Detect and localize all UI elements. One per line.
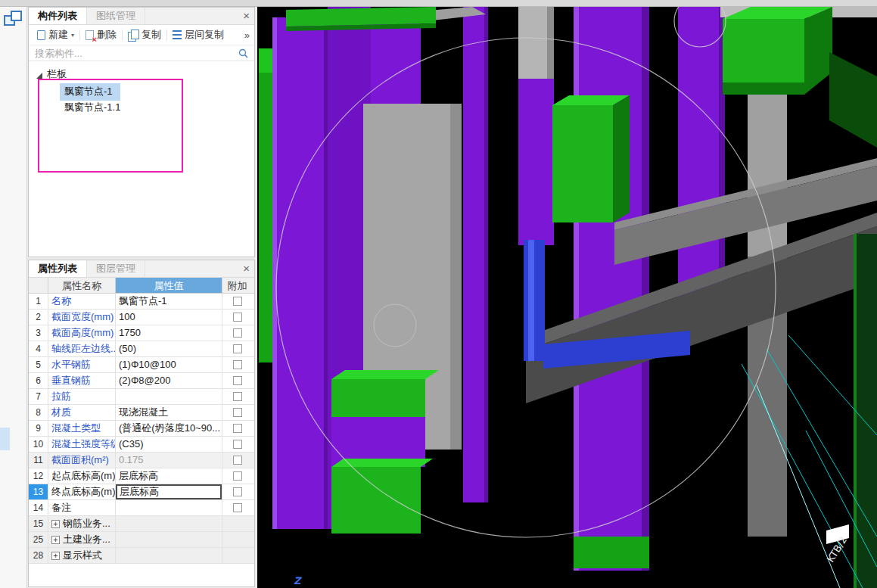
tree-group-parapet[interactable]: 栏板 [36,67,67,81]
property-value[interactable]: 现浇混凝土 [116,405,222,420]
property-name: 轴线距左边线... [48,341,116,356]
checkbox-unchecked[interactable] [233,424,242,433]
property-value[interactable]: (50) [116,341,222,356]
property-value[interactable]: 100 [116,310,222,325]
property-value[interactable] [116,500,222,515]
header-extra: 附加 [222,278,252,293]
rail-highlight [0,428,10,450]
tree-item-bay-window-node-1[interactable]: 飘窗节点-1 [60,83,120,101]
property-value-editor[interactable]: 层底标高 [116,484,222,499]
close-icon[interactable]: × [243,8,250,23]
checkbox-unchecked[interactable] [233,313,242,322]
property-value[interactable]: (2)Φ8@200 [116,373,222,388]
checkbox-unchecked[interactable] [233,440,242,449]
property-value[interactable]: (1)Φ10@100 [116,357,222,372]
property-name: 截面高度(mm) [48,325,116,341]
table-row[interactable]: 12 起点底标高(m) 层底标高 [29,468,254,484]
property-name: 截面面积(m²) [48,453,116,468]
checkbox-unchecked[interactable] [233,392,242,401]
tree-item-bay-window-node-1-1[interactable]: 飘窗节点-1.1 [60,99,128,117]
table-row[interactable]: 14 备注 [29,500,254,516]
property-value[interactable]: (C35) [116,437,222,452]
group-name: + 土建业务... [48,532,116,547]
property-value[interactable]: (普通砼(坍落度10~90... [116,421,222,436]
component-panel-tabs: 构件列表 图纸管理 × [29,8,254,25]
toolbar-separator [79,30,80,41]
table-row[interactable]: 2 截面宽度(mm) 100 [29,310,254,325]
property-list-panel: 属性列表 图层管理 × 属性名称 属性值 附加 1 名称 飘窗节点-1 2 截面… [28,260,255,587]
application-window: 构件列表 图纸管理 × 新建 ▾ × 删除 复制 [0,0,877,588]
checkbox-unchecked[interactable] [233,376,242,385]
tab-component-list[interactable]: 构件列表 [29,8,87,24]
plus-box-icon[interactable]: + [51,552,60,560]
checkbox-unchecked[interactable] [233,297,242,306]
property-value[interactable]: 飘窗节点-1 [116,294,222,309]
new-file-icon [37,30,45,40]
plus-box-icon[interactable]: + [51,536,60,544]
checkbox-unchecked[interactable] [233,456,242,465]
checkbox-unchecked[interactable] [233,471,242,481]
triangle-expanded-icon [36,73,42,79]
checkbox-unchecked[interactable] [233,408,242,417]
property-name: 终点底标高(m) [48,484,116,499]
3d-viewport[interactable]: KTB/2 Z [257,7,877,588]
property-value[interactable]: 层底标高 [116,468,222,484]
checkbox-unchecked[interactable] [233,344,242,353]
search-input[interactable] [29,45,254,61]
property-name: 截面宽度(mm) [48,310,116,325]
property-panel-tabs: 属性列表 图层管理 × [29,260,254,278]
chevron-down-icon: ▾ [71,32,74,39]
table-row[interactable]: 4 轴线距左边线... (50) [29,341,254,357]
property-table-header: 属性名称 属性值 附加 [29,278,254,294]
table-row[interactable]: 1 名称 飘窗节点-1 [29,294,254,310]
search-icon [238,48,248,58]
toolbar-separator [166,30,167,41]
tree-group-label: 栏板 [47,67,67,81]
checkbox-unchecked[interactable] [233,503,242,512]
table-row[interactable]: 8 材质 现浇混凝土 [29,405,254,421]
property-value[interactable]: 1750 [116,325,222,341]
header-property-value: 属性值 [116,278,222,293]
table-group-row[interactable]: 25 + 土建业务... [29,532,254,548]
layer-copy-button-label: 层间复制 [185,28,224,42]
table-row[interactable]: 5 水平钢筋 (1)Φ10@100 [29,357,254,373]
property-name: 混凝土强度等级 [48,437,116,452]
delete-icon: × [86,30,94,40]
table-group-row[interactable]: 28 + 显示样式 [29,548,254,564]
table-row[interactable]: 9 混凝土类型 (普通砼(坍落度10~90... [29,421,254,437]
checkbox-unchecked[interactable] [233,360,242,369]
new-button[interactable]: 新建 ▾ [33,26,78,44]
table-group-row[interactable]: 15 + 钢筋业务... [29,516,254,532]
header-property-name: 属性名称 [48,278,116,293]
group-name: + 钢筋业务... [48,516,116,531]
property-name: 备注 [48,500,116,515]
property-name: 水平钢筋 [48,357,116,372]
checkbox-unchecked[interactable] [233,487,242,496]
table-row[interactable]: 10 混凝土强度等级 (C35) [29,437,254,453]
table-row[interactable]: 11 截面面积(m²) 0.175 [29,453,254,468]
property-name: 拉筋 [48,389,116,404]
layer-copy-button[interactable]: 层间复制 [169,26,228,44]
table-row-selected[interactable]: 13 终点底标高(m) 层底标高 [29,484,254,500]
table-row[interactable]: 6 垂直钢筋 (2)Φ8@200 [29,373,254,389]
delete-button[interactable]: × 删除 [82,26,120,44]
copy-button-label: 复制 [142,28,161,42]
property-value-readonly: 0.175 [116,453,222,468]
panel-layout-icon[interactable] [4,11,23,29]
copy-button[interactable]: 复制 [124,26,165,44]
table-row[interactable]: 3 截面高度(mm) 1750 [29,325,254,341]
property-name: 名称 [48,294,116,309]
toolbar-overflow-button[interactable]: » [244,30,249,41]
delete-button-label: 删除 [97,28,117,42]
tab-property-list[interactable]: 属性列表 [29,260,87,277]
table-row[interactable]: 7 拉筋 [29,389,254,405]
checkbox-unchecked[interactable] [233,328,242,338]
tab-drawing-manage[interactable]: 图纸管理 [87,8,145,24]
close-icon[interactable]: × [243,260,250,276]
property-name: 垂直钢筋 [48,373,116,388]
tab-layer-manage[interactable]: 图层管理 [87,260,145,277]
new-button-label: 新建 [48,28,68,42]
plus-box-icon[interactable]: + [51,520,60,528]
component-tree: 栏板 飘窗节点-1 飘窗节点-1.1 [29,61,254,257]
property-value[interactable] [116,389,222,404]
